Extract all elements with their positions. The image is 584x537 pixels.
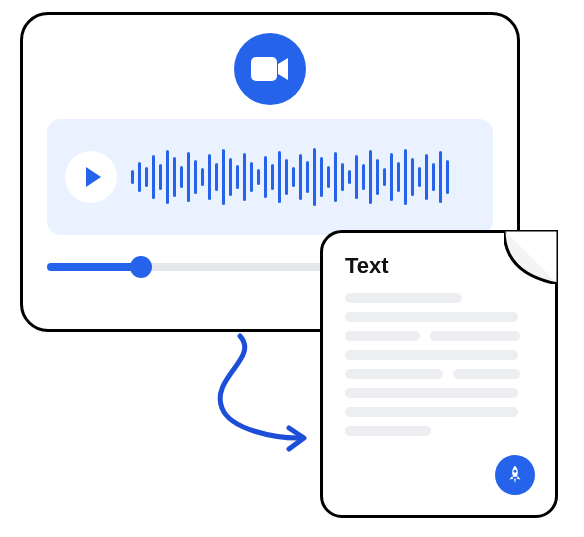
audio-waveform-panel <box>47 119 493 235</box>
page-fold-icon <box>504 230 558 284</box>
text-line <box>345 426 431 436</box>
convert-arrow-icon <box>180 328 320 468</box>
text-document: Text <box>320 230 558 518</box>
text-line <box>430 331 520 341</box>
text-line <box>345 407 518 417</box>
text-line <box>345 350 518 360</box>
text-line <box>345 388 518 398</box>
text-line <box>345 312 518 322</box>
svg-point-1 <box>514 470 517 473</box>
text-line <box>453 369 521 379</box>
progress-fill <box>47 263 141 271</box>
text-line <box>345 293 462 303</box>
rocket-icon <box>495 455 535 495</box>
text-line <box>345 369 443 379</box>
play-button[interactable] <box>65 151 117 203</box>
progress-thumb[interactable] <box>130 256 152 278</box>
play-icon <box>86 167 101 187</box>
waveform <box>131 142 475 212</box>
camera-icon <box>234 33 306 105</box>
text-line <box>345 331 420 341</box>
svg-rect-0 <box>251 57 277 81</box>
